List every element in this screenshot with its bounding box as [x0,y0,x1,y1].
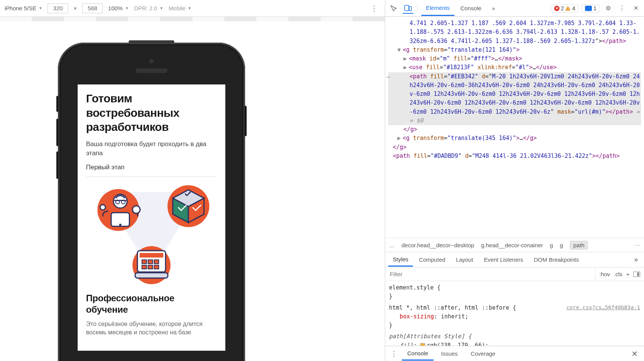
crumb-item[interactable]: g [560,242,563,248]
dpr-value: DPR: 2.0 [134,5,157,11]
css-value[interactable]: rgb(238, 179, 66) [427,342,485,346]
monitor-icon [134,249,169,281]
crumb-scroll-icon[interactable]: ⋯ [634,242,640,248]
color-swatch-icon[interactable] [420,343,425,346]
throttle-value: Mobile [169,5,185,11]
svg-rect-20 [409,6,411,11]
zoom-select[interactable]: 100% ▼ [108,5,129,11]
svg-rect-17 [154,265,159,269]
tree-node[interactable]: </g> [388,125,641,134]
tab-dom-breakpoints[interactable]: DOM Breakpoints [529,253,583,266]
tab-event-listeners[interactable]: Event Listeners [479,253,528,266]
new-rule-icon[interactable]: + [626,271,630,277]
styles-filter-input[interactable] [385,271,595,277]
source-link[interactable]: core.css?cs…56f40b83a:1 [566,304,640,312]
drawer-close-icon[interactable]: ✕ [628,349,641,358]
more-options-icon[interactable]: ⋮ [368,4,380,13]
chevron-down-icon: ▼ [38,6,42,10]
css-property[interactable]: fill [400,342,413,346]
kebab-icon[interactable]: ⋮ [617,3,627,14]
tree-node[interactable]: ▼<g transform="translate(121 164)"> [388,46,641,54]
width-input[interactable] [48,3,68,13]
crumb-item[interactable]: g.head__decor-conainer [481,242,543,248]
height-input[interactable] [82,3,103,13]
drawer-tab-issues[interactable]: Issues [436,347,463,360]
styles-pane[interactable]: element.style { } core.css?cs…56f40b83a:… [385,281,644,346]
elements-tree[interactable]: 4.741 2.605-1.327 1.187 .569 2.604 1.327… [385,17,644,238]
hov-toggle[interactable]: :hov [599,271,610,277]
error-icon: ✕ [554,6,560,11]
illustration [86,185,217,284]
styles-more-icon[interactable]: » [631,254,641,265]
sidebar-toggle-icon[interactable] [633,272,640,277]
rule-selector: html *, html ::after, html ::before { [389,304,516,311]
svg-rect-15 [142,265,147,269]
crumb-item[interactable]: g [550,242,553,248]
errors-badge[interactable]: ✕ 2 4 [551,4,579,13]
tag-close: </path> [602,38,626,45]
tab-console[interactable]: Console [456,1,486,15]
tab-more[interactable]: » [488,1,500,15]
stage-label: Первый этап [86,164,217,177]
svg-rect-16 [148,265,153,269]
warning-icon [565,6,571,11]
device-toolbar: iPhone 5/SE ▼ × 100% ▼ DPR: 2.0 ▼ Mobile… [0,0,385,17]
zoom-value: 100% [108,5,123,11]
tree-node[interactable]: </g> [388,143,641,152]
dpr-select[interactable]: DPR: 2.0 ▼ [134,5,163,11]
svg-rect-11 [140,253,163,258]
settings-icon[interactable]: ⚙ [603,3,614,14]
crumb-ellipsis[interactable]: … [389,242,395,248]
emulated-page[interactable]: Готовим востребованных разработчиков Ваш… [78,84,225,351]
svg-point-6 [132,206,140,213]
svg-point-4 [119,224,121,226]
errors-count: 2 [561,5,564,11]
tab-elements[interactable]: Elements [421,1,454,16]
warnings-count: 4 [572,5,575,11]
chevron-down-icon: ▼ [188,6,191,10]
device-name: iPhone 5/SE [5,5,36,11]
tree-node[interactable]: ▶<mask id="m" fill="#fff">…</mask> [388,54,641,63]
crumb-item[interactable]: decor.head__decor--desktop [402,242,474,248]
messages-badge[interactable]: 1 [582,4,600,13]
device-select[interactable]: iPhone 5/SE ▼ [5,5,42,11]
svg-rect-19 [405,5,409,11]
tree-node[interactable]: ▶<g transform="translate(345 164)">…</g> [388,134,641,143]
tab-styles[interactable]: Styles [388,253,413,267]
svg-rect-13 [148,260,153,264]
inspect-icon[interactable] [388,3,399,14]
device-toggle-icon[interactable] [403,3,413,14]
breadcrumb: … decor.head__decor--desktop g.head__dec… [385,238,644,252]
close-icon[interactable]: ✕ [630,3,641,14]
tree-node[interactable]: <path fill="#DADBD9" d="M248 414l-36 21.… [388,152,641,161]
section-heading: Профессиональное обучение [86,293,217,315]
tree-node-selected[interactable]: <path fill="#EEB342" d="M-20 1h243v6H-20… [388,72,641,126]
throttle-select[interactable]: Mobile ▼ [169,5,191,11]
page-heading: Готовим востребованных разработчиков [86,91,217,134]
svg-rect-12 [142,260,147,264]
chevron-down-icon: ▼ [125,6,129,10]
css-value[interactable]: inherit [441,313,465,320]
svg-rect-14 [154,260,159,264]
tree-node[interactable]: ▶<use fill="#18213F" xlink:href="#l">…</… [388,63,641,72]
package-icon [171,188,206,224]
messages-count: 1 [593,5,596,11]
svg-point-5 [100,205,105,210]
drawer-tab-console[interactable]: Console [402,347,434,361]
cls-toggle[interactable]: .cls [614,271,623,277]
svg-rect-18 [135,273,168,278]
viewport-area: Готовим востребованных разработчиков Ваш… [0,17,385,361]
drawer: ⋮ Console Issues Coverage ✕ [385,346,644,361]
device-frame: Готовим востребованных разработчиков Ваш… [58,43,245,361]
drawer-tab-coverage[interactable]: Coverage [465,347,501,360]
drawer-menu-icon[interactable]: ⋮ [388,350,400,358]
styles-filter-row: :hov .cls + [385,267,644,281]
css-property[interactable]: box-sizing [400,313,434,320]
devtools-toolbar: Elements Console » ✕ 2 4 1 ⚙ ⋮ ✕ [385,0,644,17]
dimension-separator: × [73,5,77,11]
tab-computed[interactable]: Computed [414,253,450,266]
tab-layout[interactable]: Layout [451,253,478,266]
ruler [0,17,385,21]
crumb-item-active[interactable]: path [570,241,588,250]
page-subtitle: Ваша подготовка будет проходить в два эт… [86,140,217,158]
